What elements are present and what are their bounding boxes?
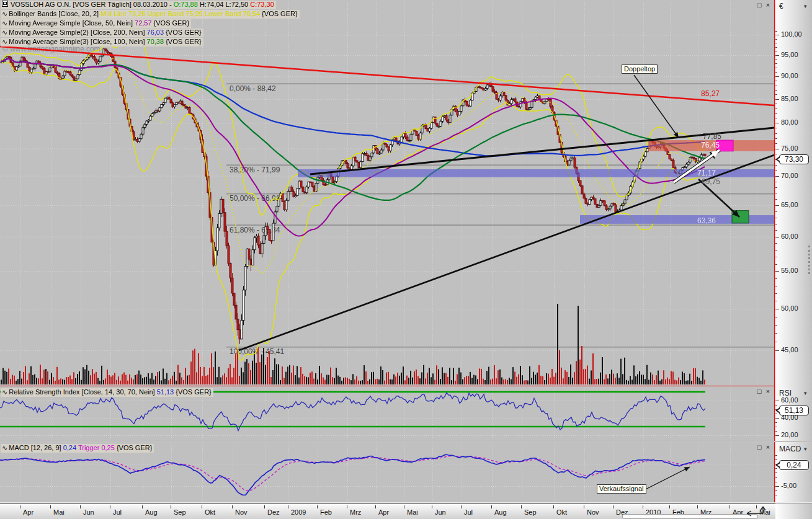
axis-tick [775,149,779,149]
axis-tick [775,224,777,224]
axis-tick [775,271,779,272]
axis-tick [775,243,777,244]
axis-tick [775,199,777,200]
month-label-text: Mai [407,508,418,516]
axis-tick [775,435,779,436]
month-label-text: 2009 [291,508,306,516]
legend-segment: 76,03 [147,29,164,36]
month-label: Mai [404,505,418,518]
last-price-marker: 73,30 [779,154,809,164]
month-label-text: Jul [464,508,473,516]
legend-segment: 70,38 [147,38,164,45]
axis-tick [775,401,779,401]
legend-segment: Mid Line 73,26 Upper Band 75,99 Lower Ba… [100,10,260,17]
legend-segment: Relative Strength Index [Close, 14, 30, … [9,388,156,396]
axis-tick [775,293,777,294]
legend-sma200[interactable]: ∿Moving Average Simple(2) [Close, 200, N… [1,29,203,37]
axis-tick [775,211,777,212]
month-label-text: Jul [113,508,122,516]
axis-tick [775,133,777,134]
month-label: Jun [81,505,94,518]
legend-segment: O:73,88 [174,1,198,8]
axis-tick [775,182,777,182]
macd-axis-dropdown-icon[interactable]: ▾ [804,446,807,452]
close-rsi-button[interactable]: × [764,388,772,395]
month-label: Okt [202,505,215,518]
price-axis-unit[interactable]: € [779,2,783,11]
axis-tick [775,218,777,218]
axis-tick [775,490,777,491]
legend-rsi[interactable]: ∿Relative Strength Index [Close, 14, 30,… [1,388,213,397]
legend-sma100[interactable]: ∿Moving Average Simple(3) [Close, 100, N… [1,38,203,47]
axis-tick [775,418,779,419]
axis-tick [775,250,777,251]
month-label: Apr [376,505,389,518]
axis-tick [775,55,779,56]
axis-tick-label: 70,00 [781,172,798,179]
axis-tick-label: 60,00 [781,233,798,240]
axis-tick [775,72,777,73]
month-label-text: Okt [556,508,567,516]
horizontal-scrollbar-thumb[interactable] [622,514,758,519]
macd-axis-label[interactable]: MACD [779,445,801,453]
month-label: Apr [20,505,33,518]
axis-tick [775,39,777,40]
price-level-label: 63,36 [697,216,716,225]
axis-tick [775,165,777,166]
axis-tick [775,138,777,139]
axis-tick [775,170,777,171]
axis-tick [775,482,777,482]
axis-tick [775,154,777,154]
axis-tick [775,325,777,326]
maximize-macd-button[interactable]: □ [756,443,763,451]
rsi-value-marker: 51,13 [779,406,809,415]
curve-icon: ∿ [2,10,7,17]
month-label-text: Aug [494,508,507,516]
axis-tick [775,109,777,109]
axis-tick [775,468,777,469]
legend-bollinger[interactable]: ∿Bollinger Bands [Close, 20, 2] Mid Line… [1,10,300,19]
tradesignal-chart-window: { "title_bar": { "segments": [ {"t": "VO… [0,0,812,519]
axis-tick [775,237,779,237]
axis-tick [775,477,777,478]
axis-tick [775,86,777,86]
close-main-button[interactable]: × [764,1,772,9]
maximize-main-button[interactable]: □ [756,1,763,9]
axis-splitter-handle[interactable] [808,246,810,274]
axis-tick [775,113,777,114]
legend-segment: MACD [12, 26, 9] [9,444,63,451]
reset-scroll-button[interactable] [742,504,772,518]
month-label: Sep [522,505,537,518]
month-label-text: Feb [320,508,332,516]
legend-segment: Moving Average Simple(2) [Close, 200, Ne… [9,29,146,36]
annotation-verkaufssignal[interactable]: Verkaufssignal [597,484,646,494]
month-label-text: Mrz [350,508,361,516]
rsi-axis-dropdown-icon[interactable]: ▾ [804,390,807,396]
maximize-rsi-button[interactable]: □ [756,388,763,395]
month-label: Jul [462,505,473,518]
legend-segment: 0,24 [63,444,76,451]
close-macd-button[interactable]: × [764,443,772,451]
axis-tick [775,414,777,414]
month-label-text: Sep [524,508,537,516]
axis-tick [775,455,777,456]
curve-icon: ∿ [2,388,7,396]
panel-separator[interactable] [0,441,812,442]
legend-segment: {VOS GER} [164,29,202,36]
axis-tick [775,43,777,43]
price-axis-dropdown-icon[interactable]: ▾ [804,3,807,9]
legend-macd[interactable]: ∿MACD [12, 26, 9] 0,24 Trigger 0,25 {VOS… [1,444,154,453]
axis-tick [775,60,777,60]
month-label: Jun [432,505,446,518]
axis-tick [775,333,777,334]
axis-tick [775,118,777,118]
price-level-label: 85,27 [701,89,720,98]
legend-sma50[interactable]: ∿Moving Average Simple [Close, 50, Nein]… [1,19,191,28]
annotation-doppeltop[interactable]: Doppeltop [622,64,658,74]
month-label-text: Nov [587,508,599,516]
month-label-text: Okt [205,508,215,516]
axis-tick-label: 90,00 [781,72,798,79]
legend-segment: {VOS GER} [152,19,190,27]
month-label-text: Aug [145,508,158,516]
axis-tick [775,264,777,265]
